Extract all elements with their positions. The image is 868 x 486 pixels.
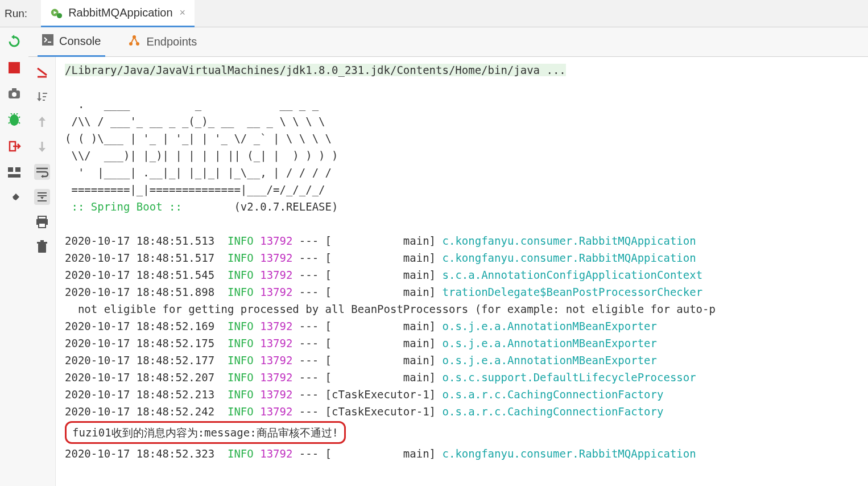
debug-restart-icon[interactable] — [7, 113, 22, 127]
svg-rect-10 — [42, 34, 53, 46]
svg-point-1 — [57, 13, 62, 18]
exit-icon[interactable] — [7, 139, 22, 154]
svg-rect-28 — [39, 223, 46, 228]
run-config-icon — [50, 6, 63, 19]
run-toolbar: Run: RabbitMQAppication × — [0, 0, 868, 27]
tab-endpoints-label: Endpoints — [146, 35, 197, 48]
endpoints-icon — [128, 34, 140, 50]
close-icon[interactable]: × — [180, 7, 186, 19]
tab-console-label: Console — [59, 35, 101, 48]
soft-wrap-icon[interactable] — [34, 164, 50, 180]
clear-underline-icon[interactable] — [34, 64, 50, 80]
layout-icon[interactable] — [7, 165, 22, 180]
left-toolbar — [0, 27, 28, 486]
down-arrow-icon[interactable] — [34, 139, 50, 155]
svg-rect-29 — [38, 244, 46, 253]
trash-icon[interactable] — [34, 239, 50, 255]
run-label: Run: — [5, 7, 27, 20]
main-area: Console Endpoints /Library/Java/JavaVirt… — [0, 27, 868, 486]
up-arrow-icon[interactable] — [34, 114, 50, 130]
stop-icon[interactable] — [7, 60, 22, 75]
print-icon[interactable] — [34, 214, 50, 230]
svg-rect-31 — [40, 240, 44, 242]
svg-rect-30 — [37, 242, 47, 244]
svg-point-6 — [10, 114, 19, 126]
svg-rect-9 — [8, 174, 20, 178]
sort-down-icon[interactable] — [34, 89, 50, 105]
tab-console[interactable]: Console — [38, 27, 105, 57]
run-config-tab[interactable]: RabbitMQAppication × — [41, 0, 195, 27]
console-toolbar — [28, 57, 56, 486]
svg-rect-8 — [15, 167, 20, 172]
tab-endpoints[interactable]: Endpoints — [123, 27, 201, 57]
console-output[interactable]: /Library/Java/JavaVirtualMachines/jdk1.8… — [56, 57, 868, 486]
subtab-row: Console Endpoints — [28, 27, 868, 57]
dump-icon[interactable] — [7, 87, 22, 101]
scroll-end-icon[interactable] — [34, 189, 50, 205]
svg-rect-2 — [9, 62, 20, 73]
console-wrap: /Library/Java/JavaVirtualMachines/jdk1.8… — [28, 57, 868, 486]
content-area: Console Endpoints /Library/Java/JavaVirt… — [28, 27, 868, 486]
svg-rect-5 — [12, 88, 16, 91]
console-icon — [42, 34, 53, 48]
svg-rect-7 — [8, 167, 13, 172]
svg-rect-26 — [38, 216, 46, 219]
rerun-icon[interactable] — [7, 34, 22, 49]
run-config-name: RabbitMQAppication — [68, 6, 172, 19]
svg-point-4 — [12, 92, 16, 97]
pin-icon[interactable] — [7, 191, 22, 206]
